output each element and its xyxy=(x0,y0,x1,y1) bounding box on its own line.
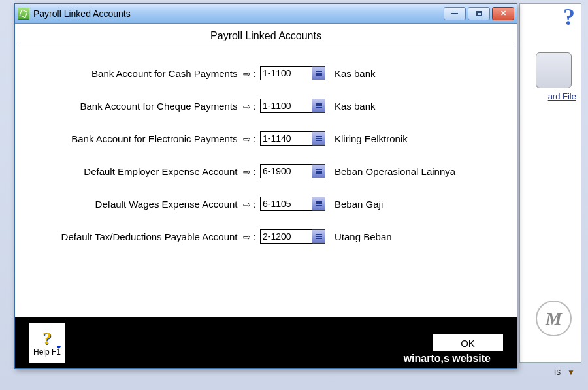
form: Bank Account for Cash Payments ⇨: Kas ba… xyxy=(15,46,517,268)
picker-cash-payments[interactable] xyxy=(312,66,325,80)
payroll-linked-accounts-window: Payroll Linked Accounts ✕ Payroll Linked… xyxy=(14,3,517,369)
minimize-button[interactable] xyxy=(444,7,466,20)
label-wages-expense: Default Wages Expense Account ⇨: xyxy=(28,199,260,210)
background-menu[interactable]: is ▼ xyxy=(554,366,575,377)
desc-employer-expense: Beban Operasional Lainnya xyxy=(335,166,455,177)
arrow-right-icon: ⇨ xyxy=(243,232,251,242)
row-wages-expense: Default Wages Expense Account ⇨: Beban G… xyxy=(28,197,504,211)
input-electronic-payments[interactable] xyxy=(260,131,312,146)
picker-electronic-payments[interactable] xyxy=(312,131,325,146)
titlebar[interactable]: Payroll Linked Accounts ✕ xyxy=(15,4,517,24)
arrow-right-icon: ⇨ xyxy=(243,101,251,112)
ok-button[interactable]: OK xyxy=(432,334,504,352)
chevron-down-icon xyxy=(56,346,61,349)
row-electronic-payments: Bank Account for Electronic Payments ⇨: … xyxy=(28,131,504,146)
watermark: winarto,s website xyxy=(404,353,491,365)
desc-cash-payments: Kas bank xyxy=(335,68,376,79)
background-menu-label: is xyxy=(554,366,561,377)
app-icon xyxy=(18,8,29,20)
minimize-icon xyxy=(451,13,458,14)
picker-tax-deductions[interactable] xyxy=(312,229,325,244)
label-cheque-payments: Bank Account for Cheque Payments ⇨: xyxy=(28,101,260,112)
chevron-down-icon: ▼ xyxy=(567,368,575,377)
input-cheque-payments[interactable] xyxy=(260,99,312,113)
picker-employer-expense[interactable] xyxy=(312,164,325,178)
myob-logo-icon: M xyxy=(536,301,572,336)
card-file-label[interactable]: ard File xyxy=(548,91,576,101)
input-cash-payments[interactable] xyxy=(260,66,312,80)
label-cash-payments: Bank Account for Cash Payments ⇨: xyxy=(28,68,260,79)
close-icon: ✕ xyxy=(500,9,506,18)
label-electronic-payments: Bank Account for Electronic Payments ⇨: xyxy=(28,133,260,144)
maximize-button[interactable] xyxy=(468,7,490,20)
arrow-right-icon: ⇨ xyxy=(243,167,251,177)
label-tax-deductions: Default Tax/Deductions Payable Account ⇨… xyxy=(28,231,260,242)
arrow-right-icon: ⇨ xyxy=(243,134,251,144)
label-employer-expense: Default Employer Expense Account ⇨: xyxy=(28,166,260,177)
desc-cheque-payments: Kas bank xyxy=(335,101,376,112)
row-cheque-payments: Bank Account for Cheque Payments ⇨: Kas … xyxy=(28,99,504,113)
help-label: Help F1 xyxy=(33,348,61,357)
help-button[interactable]: ? Help F1 xyxy=(28,323,66,363)
picker-wages-expense[interactable] xyxy=(312,197,325,211)
window-title: Payroll Linked Accounts xyxy=(33,8,131,19)
close-button[interactable]: ✕ xyxy=(492,7,514,20)
picker-cheque-payments[interactable] xyxy=(312,99,325,113)
panel-title: Payroll Linked Accounts xyxy=(19,24,513,46)
footer: ? Help F1 OK winarto,s website xyxy=(15,317,517,368)
row-cash-payments: Bank Account for Cash Payments ⇨: Kas ba… xyxy=(28,66,504,80)
window-controls: ✕ xyxy=(444,7,514,20)
window-body: Payroll Linked Accounts Bank Account for… xyxy=(15,24,517,368)
input-employer-expense[interactable] xyxy=(260,164,312,178)
maximize-icon xyxy=(476,11,482,16)
card-file-icon[interactable] xyxy=(536,52,572,88)
arrow-right-icon: ⇨ xyxy=(243,199,251,210)
input-wages-expense[interactable] xyxy=(260,197,312,211)
desc-tax-deductions: Utang Beban xyxy=(335,231,392,242)
desc-wages-expense: Beban Gaji xyxy=(335,199,383,210)
row-tax-deductions: Default Tax/Deductions Payable Account ⇨… xyxy=(28,229,504,244)
row-employer-expense: Default Employer Expense Account ⇨: Beba… xyxy=(28,164,504,178)
question-icon: ? xyxy=(42,329,52,348)
arrow-right-icon: ⇨ xyxy=(243,69,251,79)
help-icon[interactable]: ? xyxy=(563,3,575,31)
desc-electronic-payments: Kliring Eelktronik xyxy=(335,133,408,144)
input-tax-deductions[interactable] xyxy=(260,229,312,244)
